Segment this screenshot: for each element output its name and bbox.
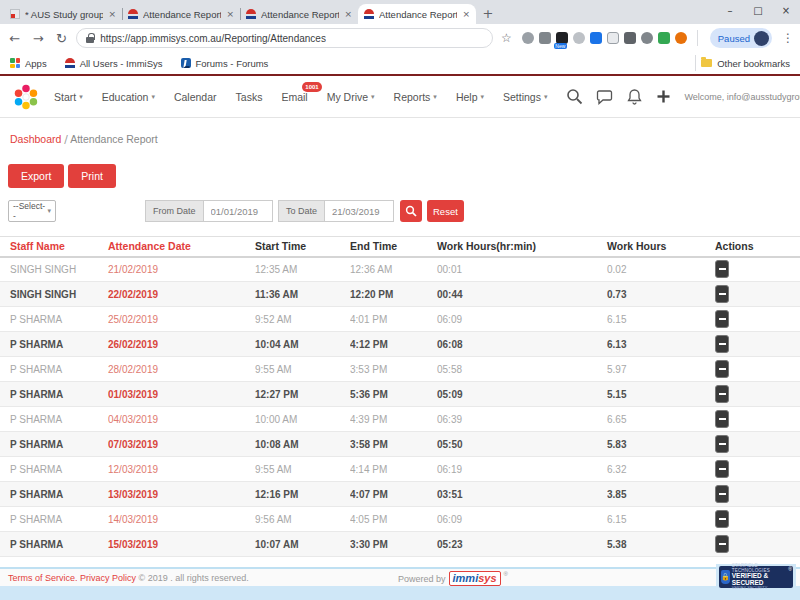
- tab-title: Attendance Report - ImmiSys: [143, 9, 221, 20]
- row-action-button[interactable]: [715, 410, 729, 428]
- staff-name-cell: SINGH SINGH: [0, 282, 108, 307]
- immisys-wordmark[interactable]: immisys: [449, 571, 501, 586]
- row-action-button[interactable]: [715, 335, 729, 353]
- nav-item-email[interactable]: Email 1001: [281, 91, 307, 103]
- bookmark-star-icon[interactable]: ☆: [501, 31, 512, 45]
- extension-icon[interactable]: [573, 32, 585, 44]
- extension-icon[interactable]: [658, 32, 670, 44]
- browser-tab-active[interactable]: Attendance Report - ImmiSys ×: [358, 4, 476, 24]
- extension-icon[interactable]: [641, 32, 653, 44]
- url-text[interactable]: https://app.immisys.com.au/Reporting/Att…: [100, 33, 326, 44]
- work-hours-hm-cell: 00:44: [437, 282, 607, 307]
- dash-icon: [719, 318, 726, 320]
- page-favicon-icon: [10, 9, 20, 19]
- reload-icon[interactable]: ↻: [53, 31, 70, 46]
- address-bar[interactable]: https://app.immisys.com.au/Reporting/Att…: [76, 28, 493, 48]
- row-action-button[interactable]: [715, 360, 729, 378]
- caret-down-icon: ▾: [47, 207, 51, 215]
- search-button[interactable]: [400, 200, 422, 222]
- column-header-staff-name[interactable]: Staff Name: [0, 237, 108, 257]
- row-action-button[interactable]: [715, 435, 729, 453]
- tab-close-icon[interactable]: ×: [226, 9, 234, 19]
- tab-close-icon[interactable]: ×: [108, 9, 116, 19]
- column-header-start-time[interactable]: Start Time: [255, 237, 350, 257]
- caret-down-icon: ▾: [433, 93, 437, 101]
- staff-name-cell: P SHARMA: [0, 382, 108, 407]
- verified-secured-seal[interactable]: 🔒 STARFIELD TECHNOLOGIES VERIFIED & SECU…: [719, 566, 793, 588]
- dash-icon: [719, 368, 726, 370]
- row-action-button[interactable]: [715, 385, 729, 403]
- column-header-work-hours[interactable]: Work Hours: [607, 237, 715, 257]
- extension-icon[interactable]: [522, 32, 534, 44]
- reset-button[interactable]: Reset: [427, 200, 464, 222]
- start-time-cell: 9:52 AM: [255, 307, 350, 332]
- other-bookmarks[interactable]: Other bookmarks: [691, 55, 790, 71]
- print-button[interactable]: Print: [68, 164, 116, 188]
- nav-item-my-drive[interactable]: My Drive ▾: [327, 91, 375, 103]
- bookmarks-bar: Apps All Users - ImmiSys Forums - Forums…: [0, 52, 800, 74]
- extension-icon[interactable]: [590, 32, 602, 44]
- start-time-cell: 12:35 AM: [255, 257, 350, 282]
- tab-close-icon[interactable]: ×: [344, 9, 352, 19]
- extension-icon[interactable]: [624, 32, 636, 44]
- immisys-favicon-icon: [128, 9, 138, 19]
- nav-item-calendar[interactable]: Calendar: [174, 91, 217, 103]
- row-action-button[interactable]: [715, 310, 729, 328]
- export-button[interactable]: Export: [8, 164, 64, 188]
- close-icon[interactable]: ×: [772, 0, 800, 24]
- attendance-table-body: SINGH SINGH 21/02/2019 12:35 AM 12:36 AM…: [0, 257, 800, 557]
- avatar[interactable]: [754, 31, 769, 46]
- caret-down-icon: ▾: [371, 93, 375, 101]
- column-header-work-hours-hm[interactable]: Work Hours(hr:min): [437, 237, 607, 257]
- search-icon[interactable]: [566, 88, 583, 105]
- welcome-user-menu[interactable]: Welcome, info@ausstudygroup.com.au ▾: [684, 92, 800, 102]
- column-header-end-time[interactable]: End Time: [350, 237, 437, 257]
- column-header-attendance-date[interactable]: Attendance Date: [108, 237, 255, 257]
- nav-item-tasks[interactable]: Tasks: [236, 91, 263, 103]
- row-action-button[interactable]: [715, 485, 729, 503]
- to-date-input[interactable]: [324, 200, 394, 222]
- browser-tab[interactable]: Attendance Report - ImmiSys ×: [122, 4, 240, 24]
- bookmark-all-users[interactable]: All Users - ImmiSys: [65, 58, 163, 69]
- row-action-button[interactable]: [715, 460, 729, 478]
- attendance-table: Staff Name Attendance Date Start Time En…: [0, 236, 800, 557]
- immisys-favicon-icon: [364, 9, 374, 19]
- extension-icon[interactable]: New: [556, 32, 568, 44]
- plus-icon[interactable]: [656, 89, 671, 104]
- start-time-cell: 9:56 AM: [255, 507, 350, 532]
- row-action-button[interactable]: [715, 285, 729, 303]
- back-icon[interactable]: ←: [6, 31, 23, 46]
- bell-icon[interactable]: [626, 88, 643, 105]
- extension-icon[interactable]: [675, 32, 687, 44]
- nav-item-start[interactable]: Start ▾: [54, 91, 83, 103]
- tab-close-icon[interactable]: ×: [462, 9, 470, 19]
- bookmark-apps[interactable]: Apps: [10, 58, 47, 69]
- staff-name-cell: P SHARMA: [0, 507, 108, 532]
- browser-tab[interactable]: Attendance Report - ImmiSys ×: [240, 4, 358, 24]
- extension-icon[interactable]: [607, 32, 619, 44]
- chat-icon[interactable]: [596, 88, 613, 105]
- nav-item-settings[interactable]: Settings ▾: [503, 91, 547, 103]
- staff-select-dropdown[interactable]: --Select-- ▾: [8, 200, 56, 222]
- minimize-icon[interactable]: –: [716, 0, 744, 24]
- row-action-button[interactable]: [715, 260, 729, 278]
- maximize-icon[interactable]: □: [744, 0, 772, 24]
- breadcrumb-dashboard-link[interactable]: Dashboard: [10, 133, 61, 145]
- new-tab-button[interactable]: +: [476, 4, 500, 24]
- search-icon: [405, 205, 417, 217]
- row-action-button[interactable]: [715, 510, 729, 528]
- browser-menu-icon[interactable]: ⋮: [782, 31, 794, 45]
- row-action-button[interactable]: [715, 535, 729, 553]
- start-time-cell: 9:55 AM: [255, 357, 350, 382]
- privacy-policy-link[interactable]: Privacy Policy: [80, 573, 136, 583]
- terms-of-service-link[interactable]: Terms of Service.: [8, 573, 78, 583]
- forward-icon[interactable]: →: [29, 31, 46, 46]
- bookmark-forums[interactable]: Forums - Forums: [181, 58, 269, 69]
- nav-item-education[interactable]: Education ▾: [102, 91, 155, 103]
- nav-item-help[interactable]: Help ▾: [456, 91, 484, 103]
- browser-tab[interactable]: * AUS Study group reporting tha ×: [4, 4, 122, 24]
- from-date-input[interactable]: [203, 200, 273, 222]
- nav-item-reports[interactable]: Reports ▾: [394, 91, 437, 103]
- extension-icon[interactable]: [539, 32, 551, 44]
- profile-paused-pill[interactable]: Paused: [710, 28, 772, 48]
